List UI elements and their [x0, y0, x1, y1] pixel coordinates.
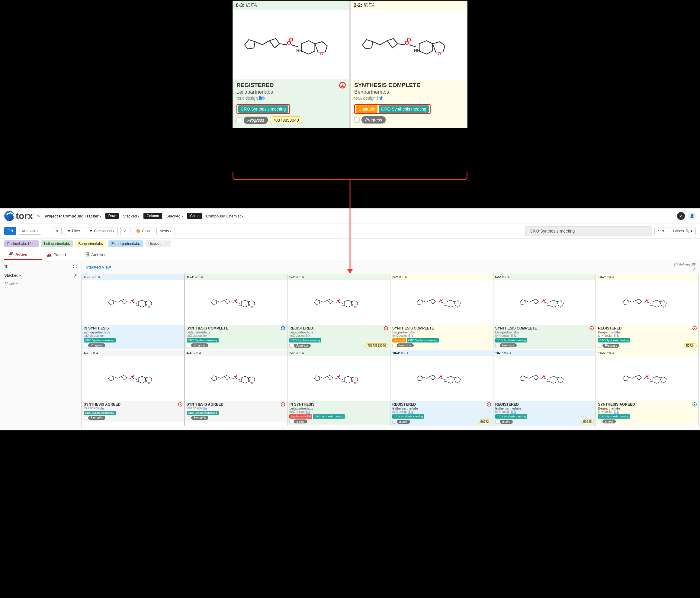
select-checkbox[interactable] — [354, 117, 360, 123]
tab-parked[interactable]: 🚗Parked — [42, 249, 81, 260]
design-link[interactable]: link — [203, 406, 207, 410]
design-link[interactable]: link — [203, 334, 207, 338]
ticket-card[interactable]: 2-2: IDEA HNO SYNTHESIS COMPLETE Benpart… — [390, 274, 493, 350]
ticket-card[interactable]: 10-1: IDEA HNO REGISTERED Estherpartnerl… — [493, 350, 596, 426]
check-icon[interactable]: ✓ — [677, 212, 685, 220]
select-checkbox[interactable] — [84, 416, 87, 420]
select-checkbox[interactable] — [186, 344, 190, 347]
menu-icon[interactable]: ☰ — [692, 263, 696, 267]
select-checkbox[interactable] — [392, 420, 396, 424]
on-toggle[interactable]: ON — [4, 227, 16, 235]
user-chip[interactable]: Leilapartnerlabs — [41, 241, 73, 247]
design-link[interactable]: link — [377, 96, 383, 101]
svg-marker-156 — [623, 376, 628, 380]
share-button[interactable]: ⪪ — [120, 227, 130, 235]
ticket-card[interactable]: 16-6: IDEA HNO SYNTHESIS AGREED▼ Benpart… — [596, 350, 699, 426]
search-input[interactable]: CRO Synthesis meeting — [525, 226, 652, 236]
alerts-dropdown[interactable]: Alerts — [156, 227, 175, 235]
design-link[interactable]: link — [511, 334, 516, 338]
select-checkbox[interactable] — [495, 344, 499, 347]
ticket-card[interactable]: 4-4: IDEA HNO SYNTHESIS AGREED▲ torX des… — [184, 350, 288, 426]
svg-line-91 — [647, 302, 651, 303]
zoom-cards-container: 6-3: IDEA HNO REGISTERED▲ Leilapartnerla… — [0, 0, 700, 128]
design-link[interactable]: link — [100, 334, 104, 338]
filter-button[interactable]: ▼Filter — [64, 227, 84, 235]
compound-dropdown[interactable]: ▼Compound — [86, 227, 118, 235]
card-header: 2-6: IDEA — [288, 350, 390, 356]
ticket-card[interactable]: 6-5: IDEA HNO SYNTHESIS COMPLETE▲ Leilap… — [493, 274, 596, 350]
select-checkbox[interactable] — [289, 344, 293, 348]
highlighted-tags: UnstableCRO Synthesis meeting — [354, 104, 431, 114]
svg-marker-51 — [327, 299, 333, 304]
col-dropdown[interactable]: Stacked — [167, 214, 183, 218]
tag: CRO Synthesis meeting — [598, 414, 630, 419]
refresh-button[interactable]: ↻ — [52, 227, 61, 235]
structure-image: HNO — [494, 280, 596, 325]
status-label: SYNTHESIS COMPLETE▼ — [186, 326, 285, 330]
design-link[interactable]: link — [408, 334, 413, 338]
design-link[interactable]: link — [259, 96, 266, 101]
row-dropdown[interactable]: Stacked — [123, 214, 140, 218]
zoom-card[interactable]: 6-3: IDEA HNO REGISTERED▲ Leilapartnerla… — [232, 1, 350, 128]
svg-point-138 — [441, 375, 443, 376]
color-dropdown[interactable]: Compound Chemist — [206, 214, 243, 218]
expand-fullscreen-icon[interactable]: ⤢ — [693, 267, 696, 272]
design-link[interactable]: link — [614, 334, 619, 338]
select-checkbox[interactable] — [392, 344, 396, 347]
sort-icon-row[interactable]: ⇅⛶ — [4, 264, 77, 269]
select-checkbox[interactable] — [186, 416, 190, 420]
priority-up-icon: ▲ — [384, 326, 388, 330]
card-header: 10-2: IDEA — [596, 274, 699, 280]
user-chip[interactable]: Unassigned — [146, 241, 171, 247]
select-checkbox[interactable] — [236, 118, 242, 123]
expand-icon-2[interactable]: ↗ — [74, 273, 77, 278]
nosynth-toggle[interactable]: NO SYNTH — [19, 228, 41, 235]
svg-point-66 — [441, 299, 443, 300]
tags-row: CRO Synthesis meeting — [186, 338, 285, 343]
status-label: REGISTERED▲ — [289, 326, 388, 330]
ticket-card[interactable]: 2-6: IDEA HNO IN SYNTHESIS Leilapartnerl… — [287, 350, 390, 426]
project-dropdown[interactable]: Project R Compound Tracker — [45, 214, 101, 218]
svg-line-1 — [255, 42, 262, 45]
design-link[interactable]: link — [306, 410, 310, 414]
app-logo[interactable]: torx — [4, 211, 33, 221]
id-badge: 78373853040 — [270, 116, 302, 124]
svg-line-148 — [539, 378, 542, 378]
ticket-card[interactable]: 10-4: IDEA HNO REGISTERED▲ Estherpartner… — [390, 350, 493, 426]
select-checkbox[interactable] — [598, 420, 602, 423]
svg-line-62 — [426, 300, 430, 302]
stacked-dropdown[interactable]: Stacked — [4, 273, 21, 278]
ticket-card[interactable]: 10-2: IDEA HNO REGISTERED▲ Benpartnerlab… — [596, 274, 699, 350]
user-icon[interactable]: 👤 — [688, 212, 696, 220]
color-button[interactable]: 🎨 Color — [133, 227, 154, 235]
design-link[interactable]: link — [614, 410, 619, 414]
tag-button[interactable]: 🏷 ▾ — [654, 227, 667, 235]
svg-marker-132 — [417, 376, 423, 380]
labels-button[interactable]: Labels 🔍 ▾ — [670, 227, 696, 235]
select-checkbox[interactable] — [289, 420, 293, 423]
zoom-card[interactable]: 2-2: IDEA HNO SYNTHESIS COMPLETE Benpart… — [350, 1, 468, 128]
user-chip[interactable]: PartnerLabs User — [4, 241, 39, 247]
design-link[interactable]: link — [306, 334, 310, 338]
tab-active[interactable]: 🏁Active — [4, 249, 42, 260]
priority-up-icon: ▲ — [178, 402, 182, 406]
svg-point-65 — [440, 300, 441, 302]
tab-archived[interactable]: 🗄Archived — [81, 249, 122, 260]
select-checkbox[interactable] — [495, 420, 499, 424]
svg-marker-106 — [146, 377, 152, 382]
user-chip[interactable]: Estherpartnerlabs — [108, 241, 143, 247]
ticket-card[interactable]: 16-2: IDEA HNO IN SYNTHESIS Estherpartne… — [81, 274, 184, 350]
ticket-card[interactable]: 16-4: IDEA HNO SYNTHESIS COMPLETE▼ Leila… — [184, 274, 288, 350]
ticket-card[interactable]: 6-3: IDEA HNO REGISTERED▲ Leilapartnerla… — [287, 274, 390, 350]
select-checkbox[interactable] — [84, 344, 87, 347]
design-link[interactable]: link — [408, 410, 413, 414]
user-chip[interactable]: Benpartnerlabs — [75, 241, 106, 247]
design-link[interactable]: link — [100, 406, 104, 410]
design-link[interactable]: link — [511, 410, 516, 414]
svg-marker-93 — [653, 300, 660, 307]
svg-marker-9 — [301, 41, 315, 54]
select-checkbox[interactable] — [598, 344, 602, 348]
card-header: 4-4: IDEA — [185, 350, 287, 356]
ticket-card[interactable]: 4-2: IDEA HNO SYNTHESIS AGREED▲ torX des… — [81, 350, 184, 426]
expand-icon[interactable]: ⛶ — [73, 264, 77, 269]
